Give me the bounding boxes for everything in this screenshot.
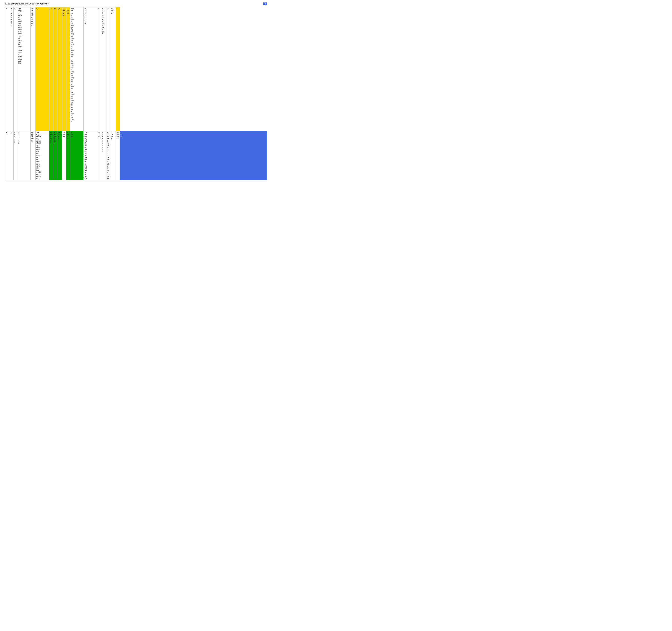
cell-r1-5: esenceofresources <box>31 7 35 131</box>
cell-r2-6: TheCQUuniversityset aneffectivealignment… <box>35 131 49 180</box>
cell-r1-12: mationmustbedonebyanalyzingtheprojectnee… <box>70 7 83 131</box>
cell-r1-7: St <box>49 7 53 131</box>
cell-r2-13: Theuniversitymustutilizeinnovativetechni… <box>83 131 97 180</box>
cell-r1-6: W <box>35 7 49 131</box>
cell-r2-9: possible <box>57 131 62 180</box>
cell-r2-3: Prc.17 <box>14 131 17 180</box>
cell-r2-5: Opportunity <box>31 131 35 180</box>
table-row-2: 3 1 Prc.17 Active Opportunity TheCQUuniv… <box>5 131 267 180</box>
cell-r2-14: 21.2.18 <box>97 131 101 180</box>
cell-r2-11: Medhim <box>66 131 70 180</box>
cell-r2-12: Exploit <box>70 131 83 180</box>
table-row-1: 7 ctManager e t theprojectmanagerareunab… <box>5 7 267 131</box>
cell-r1-4: t theprojectmanagerareunable tohiremoren… <box>17 7 31 131</box>
cell-r1-17: Moderate <box>110 7 116 131</box>
page: CASE STUDY: OUR LANGUAGE IS IMPORTANT 3 … <box>0 0 272 247</box>
cell-r1-16: U <box>106 7 110 131</box>
cell-r2-7: Weekbefore <box>49 131 53 180</box>
cell-r1-1: 7 <box>5 7 10 131</box>
cell-r2-4: Active <box>17 131 31 180</box>
cell-r2-19: Low <box>120 131 267 180</box>
cell-r2-16: itprovideSnumberofopportunitiestoothergr… <box>106 131 110 180</box>
main-table: 7 ctManager e t theprojectmanagerareunab… <box>5 7 267 180</box>
cell-r2-8: Stakeholder <box>53 131 57 180</box>
page-number: 3 <box>263 2 267 5</box>
cell-r1-8: po <box>53 7 57 131</box>
cell-r1-13: iveSponsor <box>83 7 97 131</box>
cell-r2-1: 3 <box>5 131 10 180</box>
cell-r1-18: L <box>116 7 120 131</box>
cell-r1-9: Mo <box>57 7 62 131</box>
cell-r1-2: ctManager <box>10 7 14 131</box>
cell-r1-15: impactonthesuccessoftheproject <box>101 7 106 131</box>
cell-r1-10: Medhim <box>62 7 66 131</box>
cell-r2-18: Moderate <box>116 131 120 180</box>
cell-r2-10: Moderate <box>62 131 66 180</box>
cell-r2-17: Unlikely <box>110 131 116 180</box>
page-title: CASE STUDY: OUR LANGUAGE IS IMPORTANT <box>5 3 49 5</box>
cell-r1-3: e <box>14 7 17 131</box>
page-header: CASE STUDY: OUR LANGUAGE IS IMPORTANT 3 <box>5 2 267 5</box>
cell-r2-2: 1 <box>10 131 14 180</box>
cell-r2-15: ProjectManager <box>101 131 106 180</box>
cell-r1-14: P <box>97 7 101 131</box>
cell-r1-11: Exploit <box>66 7 70 131</box>
